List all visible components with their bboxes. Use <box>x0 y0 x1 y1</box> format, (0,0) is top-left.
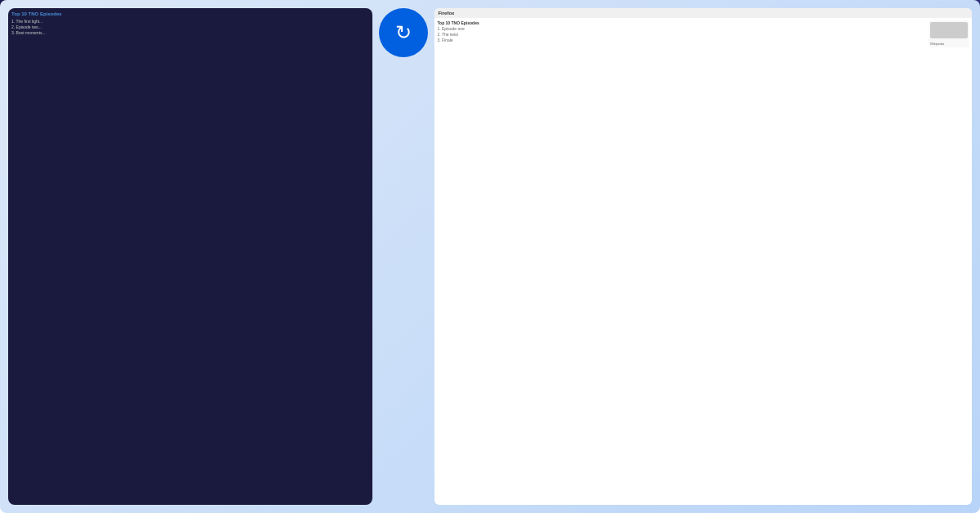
main-content: Firefox Test Pilot Side View In <box>0 0 980 513</box>
right-main: Android / Firefox Notes by Firefox is a … <box>666 42 980 513</box>
desktop-mockup-2: Firefox Top 10 TNO Episodes 1. Episode o… <box>682 337 964 484</box>
right-phone-screenshot2: Top 10 TNO Episodes 1. The first light..… <box>682 337 964 484</box>
right-panel: Firefox Test Pilot Notes Get the App <box>490 0 980 513</box>
right-body: Notes Get the App Install Test Pilot & E… <box>491 42 980 513</box>
